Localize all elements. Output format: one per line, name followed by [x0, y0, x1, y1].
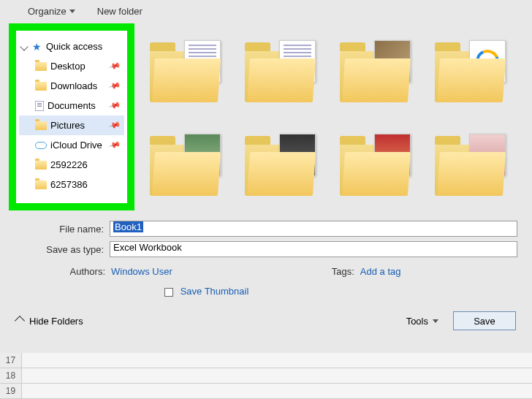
save-as-type-label: Save as type:	[15, 244, 110, 255]
pin-icon: 📌	[108, 99, 122, 112]
highlighted-sidebar-frame: ★ Quick access Desktop 📌 Downloads 📌 Doc…	[9, 23, 134, 210]
pin-icon: 📌	[108, 59, 122, 72]
sidebar-item-label: 6257386	[50, 179, 88, 190]
chevron-up-icon	[15, 316, 25, 326]
sheet-row[interactable]: 19	[0, 384, 532, 399]
pin-icon: 📌	[108, 138, 122, 151]
save-thumbnail-label: Save Thumbnail	[180, 286, 249, 297]
sidebar-item-label: Pictures	[50, 120, 85, 131]
sidebar-item-label: 2592226	[50, 159, 88, 170]
tags-value[interactable]: Add a tag	[360, 266, 401, 277]
navigation-sidebar: ★ Quick access Desktop 📌 Downloads 📌 Doc…	[16, 31, 127, 203]
save-as-type-select[interactable]: Excel Workbook	[110, 241, 517, 257]
save-as-type-value: Excel Workbook	[113, 242, 182, 253]
document-icon	[35, 101, 44, 111]
save-thumbnail-checkbox[interactable]	[164, 288, 173, 297]
sidebar-item-folder-a[interactable]: 2592226	[19, 155, 124, 175]
folder-item[interactable]	[336, 130, 417, 196]
chevron-down-icon	[20, 42, 28, 50]
sidebar-item-folder-b[interactable]: 6257386	[19, 175, 124, 194]
quick-access-label: Quick access	[46, 41, 102, 52]
folder-icon	[35, 180, 47, 189]
dialog-footer: Hide Folders Tools Save	[0, 307, 532, 335]
folder-item[interactable]	[336, 37, 417, 102]
organize-label: Organize	[28, 6, 66, 17]
folder-item[interactable]	[146, 37, 227, 102]
folder-item[interactable]	[146, 130, 227, 196]
authors-label: Authors:	[55, 266, 111, 277]
folder-icon	[35, 62, 47, 71]
chevron-down-icon	[433, 319, 438, 323]
sidebar-item-documents[interactable]: Documents 📌	[19, 96, 124, 115]
sidebar-item-desktop[interactable]: Desktop 📌	[19, 56, 124, 76]
quick-access-root[interactable]: ★ Quick access	[19, 37, 124, 56]
tools-label: Tools	[406, 316, 428, 327]
save-button[interactable]: Save	[453, 311, 516, 330]
folder-icon	[35, 161, 47, 170]
file-name-label: File name:	[15, 224, 110, 235]
folder-icon	[35, 121, 47, 130]
sidebar-item-pictures[interactable]: Pictures 📌	[19, 115, 124, 135]
folder-item[interactable]	[431, 130, 512, 196]
file-name-input[interactable]: Book1	[110, 221, 517, 237]
save-form: File name: Book1 Save as type: Excel Wor…	[0, 219, 532, 307]
folder-item[interactable]	[241, 37, 322, 102]
new-folder-button[interactable]: New folder	[97, 6, 142, 17]
sidebar-item-label: Documents	[48, 100, 96, 111]
authors-value[interactable]: Windows User	[111, 266, 172, 277]
row-header[interactable]: 17	[0, 353, 22, 368]
organize-menu[interactable]: Organize	[28, 6, 75, 17]
tools-menu[interactable]: Tools	[406, 316, 438, 327]
folder-icon	[35, 82, 47, 91]
new-folder-label: New folder	[97, 6, 142, 17]
row-header[interactable]: 19	[0, 384, 22, 398]
hide-folders-button[interactable]: Hide Folders	[29, 316, 83, 327]
folder-item[interactable]	[241, 130, 322, 196]
chevron-down-icon	[69, 10, 75, 13]
sidebar-item-label: Desktop	[50, 61, 86, 72]
star-icon: ★	[31, 41, 42, 53]
sidebar-item-label: Downloads	[50, 80, 97, 91]
row-header[interactable]: 18	[0, 368, 22, 383]
tags-label: Tags:	[304, 266, 360, 277]
spreadsheet-rows: 17 18 19	[0, 353, 532, 399]
cloud-icon	[35, 142, 47, 149]
folder-item[interactable]	[431, 37, 512, 102]
pin-icon: 📌	[108, 118, 122, 132]
folder-grid	[139, 22, 532, 219]
file-name-value: Book1	[113, 221, 143, 232]
sheet-row[interactable]: 17	[0, 353, 532, 368]
sidebar-item-icloud[interactable]: iCloud Drive 📌	[19, 135, 124, 155]
pin-icon: 📌	[108, 79, 122, 92]
sidebar-item-label: iCloud Drive	[50, 140, 102, 151]
sheet-row[interactable]: 18	[0, 368, 532, 384]
sidebar-item-downloads[interactable]: Downloads 📌	[19, 76, 124, 96]
